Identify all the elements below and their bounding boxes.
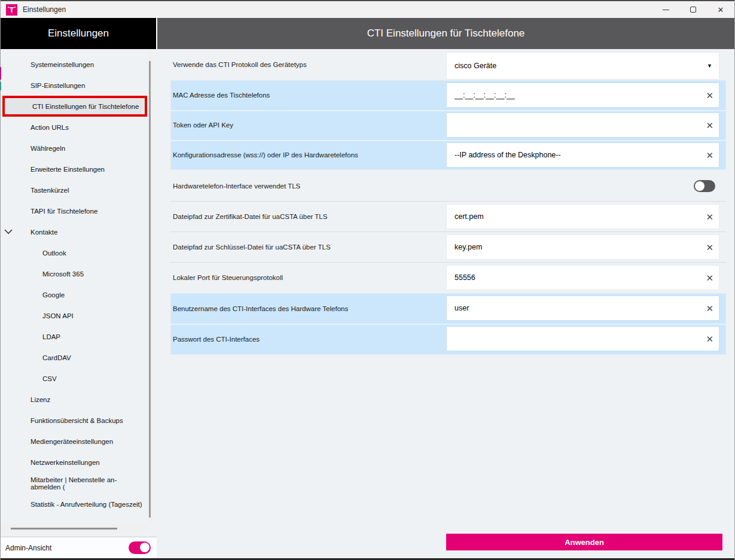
sidebar-item-microsoft-365[interactable]: Microsoft 365: [1, 263, 147, 284]
field-label: Benutzername des CTI-Interfaces des Hard…: [173, 293, 348, 324]
sidebar-item-lizenz[interactable]: Lizenz: [1, 389, 147, 410]
cti-protokoll-dropdown[interactable]: cisco Geräte ▼: [447, 53, 719, 79]
toggle-knob: [695, 181, 704, 191]
clear-icon[interactable]: ✕: [706, 273, 713, 282]
form-row-benutzername: Benutzername des CTI-Interfaces des Hard…: [157, 293, 734, 324]
sidebar-item-outlook[interactable]: Outlook: [1, 242, 147, 263]
sidebar-item-label: Systemeinstellungen: [31, 61, 94, 68]
clear-icon[interactable]: ✕: [706, 243, 713, 252]
form-row-lokaler-port: Lokaler Port für Steuerungsprotokoll 555…: [157, 263, 734, 293]
form-row-schluessel-datei: Dateipfad zur Schlüssel-Datei für uaCSTA…: [157, 232, 734, 262]
sidebar-item-label: Mitarbeiter | Nebenstelle an- abmelden (: [31, 476, 147, 491]
sidebar-item-label: SIP-Einstellungen: [31, 82, 85, 89]
admin-view-label: Admin-Ansicht: [5, 544, 51, 552]
field-label: Verwende das CTI Protokoll des Gerätetyp…: [173, 50, 307, 79]
sidebar-item-label: Google: [42, 291, 65, 299]
sidebar-item-tapi[interactable]: TAPI für Tischtelefone: [1, 200, 147, 221]
window-controls: ✕: [652, 1, 734, 18]
sidebar-item-netzwerk[interactable]: Netzwerkeinstellungen: [1, 452, 147, 473]
passwort-input[interactable]: ✕: [447, 327, 719, 351]
form-row-konfigurationsadresse: Konfigurationsadresse (wss://) oder IP d…: [157, 140, 734, 170]
scrollbar-thumb[interactable]: [11, 528, 117, 529]
admin-view-row: Admin-Ansicht: [1, 537, 157, 558]
sidebar-item-sip-einstellungen[interactable]: SIP-Einstellungen: [1, 75, 147, 96]
sidebar-item-label: Tastenkürzel: [31, 187, 69, 194]
clear-icon[interactable]: ✕: [706, 121, 713, 130]
sidebar-item-tastenkuerzel[interactable]: Tastenkürzel: [1, 179, 147, 200]
sidebar-item-statistik[interactable]: Statistik - Anrufverteilung (Tageszeit): [1, 494, 147, 515]
clear-icon[interactable]: ✕: [706, 151, 713, 160]
sidebar-item-csv[interactable]: CSV: [1, 368, 147, 389]
apply-button[interactable]: Anwenden: [446, 534, 722, 550]
form-row-zertifikat-datei: Dateipfad zur Zertifikat-Datei für uaCST…: [157, 202, 734, 232]
window-border: [0, 0, 735, 1]
field-label: Passwort des CTI-Interfaces: [173, 324, 260, 354]
schluessel-datei-input[interactable]: key.pem ✕: [447, 235, 719, 259]
sidebar-item-label: Statistik - Anrufverteilung (Tageszeit): [31, 501, 142, 508]
sidebar-horizontal-scrollbar[interactable]: [1, 524, 146, 532]
lokaler-port-input[interactable]: 55556 ✕: [447, 266, 719, 290]
admin-view-toggle[interactable]: [129, 541, 151, 554]
zertifikat-datei-input[interactable]: cert.pem ✕: [447, 205, 719, 229]
sidebar-item-waehlregeln[interactable]: Wählregeln: [1, 138, 147, 159]
sidebar-item-ldap[interactable]: LDAP: [1, 326, 147, 347]
maximize-button[interactable]: [679, 1, 707, 18]
benutzername-input[interactable]: user ✕: [447, 296, 719, 320]
form-row-mac-adresse: MAC Adresse des Tischtelefons __:__:__:_…: [157, 80, 734, 110]
sidebar-item-label: CardDAV: [42, 354, 71, 361]
sidebar-item-json-api[interactable]: JSON API: [1, 305, 147, 326]
close-icon: ✕: [718, 6, 724, 14]
page-title: CTI Einstellungen für Tischtelefone: [157, 18, 734, 49]
chevron-down-icon[interactable]: [4, 227, 13, 236]
sidebar-item-label: Funktionsübersicht & Backups: [31, 417, 123, 424]
maximize-icon: [690, 7, 696, 13]
sidebar-item-label: JSON API: [42, 312, 74, 319]
field-label: Hardwaretelefon-Interface verwendet TLS: [173, 171, 300, 201]
token-api-key-input[interactable]: ✕: [447, 113, 719, 137]
sidebar-item-label: Microsoft 365: [42, 270, 84, 278]
konfigurationsadresse-input[interactable]: --IP address of the Deskphone-- ✕: [447, 143, 719, 167]
background-window-sliver-magenta: [0, 67, 1, 80]
form-row-tls-toggle: Hardwaretelefon-Interface verwendet TLS: [157, 171, 734, 201]
field-label: Dateipfad zur Zertifikat-Datei für uaCST…: [173, 202, 327, 232]
close-button[interactable]: ✕: [707, 1, 734, 18]
form-row-passwort: Passwort des CTI-Interfaces ✕: [157, 324, 734, 354]
sidebar-item-label: LDAP: [42, 333, 60, 340]
sidebar-item-label: Outlook: [42, 249, 66, 257]
window-title: Einstellungen: [23, 5, 66, 14]
sidebar-item-label: Erweiterte Einstellungen: [31, 166, 105, 173]
main-content: Verwende das CTI Protokoll des Gerätetyp…: [157, 49, 734, 558]
sidebar-item-kontakte[interactable]: Kontakte: [1, 221, 147, 242]
sidebar: Systemeinstellungen SIP-Einstellungen CT…: [1, 49, 157, 537]
minimize-button[interactable]: [652, 1, 679, 18]
form-row-token-api-key: Token oder API Key ✕: [157, 110, 734, 140]
field-label: Konfigurationsadresse (wss://) oder IP d…: [173, 140, 358, 170]
sidebar-nav: Systemeinstellungen SIP-Einstellungen CT…: [1, 54, 147, 516]
sidebar-item-mitarbeiter[interactable]: Mitarbeiter | Nebenstelle an- abmelden (: [1, 473, 147, 494]
tls-toggle[interactable]: [694, 180, 715, 192]
clear-icon[interactable]: ✕: [706, 91, 713, 100]
mac-adresse-input[interactable]: __:__:__:__:__:__ ✕: [447, 83, 719, 107]
chevron-down-icon: ▼: [707, 63, 712, 69]
scrollbar-thumb[interactable]: [149, 61, 151, 518]
sidebar-item-carddav[interactable]: CardDAV: [1, 347, 147, 368]
sidebar-item-erweiterte-einstellungen[interactable]: Erweiterte Einstellungen: [1, 159, 147, 179]
sidebar-item-funktionsuebersicht[interactable]: Funktionsübersicht & Backups: [1, 410, 147, 431]
clear-icon[interactable]: ✕: [706, 212, 713, 221]
sidebar-item-google[interactable]: Google: [1, 284, 147, 305]
sidebar-item-mediengeraete[interactable]: Mediengeräteeinstellungen: [1, 431, 147, 452]
sidebar-item-systemeinstellungen[interactable]: Systemeinstellungen: [1, 54, 147, 75]
sidebar-item-label: Netzwerkeinstellungen: [31, 459, 100, 466]
toggle-knob: [140, 543, 150, 552]
sidebar-item-label: CSV: [42, 375, 57, 382]
sidebar-item-action-urls[interactable]: Action URLs: [1, 117, 147, 138]
sidebar-vertical-scrollbar[interactable]: [147, 49, 153, 525]
clear-icon[interactable]: ✕: [706, 334, 713, 343]
clear-icon[interactable]: ✕: [706, 304, 713, 313]
sidebar-item-label: Action URLs: [31, 124, 69, 131]
sidebar-item-cti-einstellungen[interactable]: CTI Einstellungen für Tischtelefone: [2, 96, 147, 117]
field-label: Token oder API Key: [173, 110, 233, 140]
field-label: Dateipfad zur Schlüssel-Datei für uaCSTA…: [173, 232, 331, 262]
settings-window: T Einstellungen ✕ Einstellungen CTI Eins…: [0, 0, 735, 560]
form-row-cti-protokoll: Verwende das CTI Protokoll des Gerätetyp…: [157, 50, 734, 79]
